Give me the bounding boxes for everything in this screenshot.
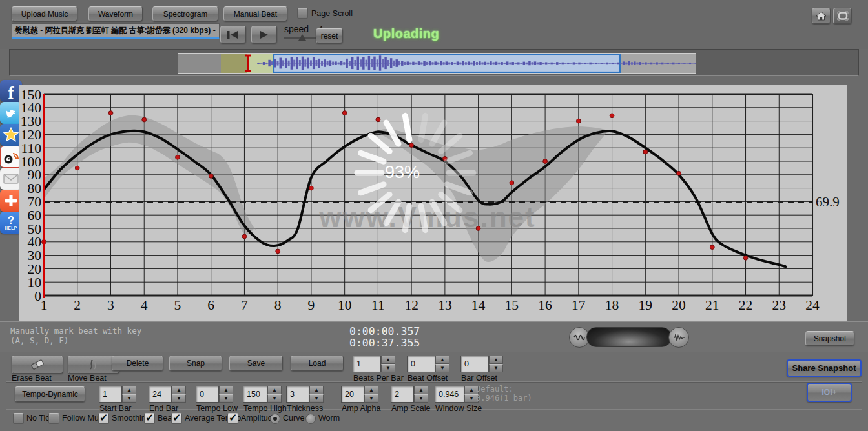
- manual-beat-button[interactable]: Manual Beat: [223, 6, 287, 21]
- beat-point[interactable]: [476, 226, 480, 231]
- snapshot-button[interactable]: Snapshot: [805, 331, 854, 346]
- beat-point[interactable]: [276, 249, 280, 254]
- beat-point[interactable]: [142, 117, 147, 122]
- amp-alpha-up-button[interactable]: ▲: [364, 386, 378, 394]
- wave-zoom-slider[interactable]: [586, 327, 672, 347]
- beats-per-bar-label: Beats Per Bar: [353, 374, 404, 383]
- tempo-high-down-button[interactable]: ▼: [267, 394, 282, 403]
- ioi-button[interactable]: IOI+: [807, 383, 852, 402]
- amplitude-checkbox[interactable]: [227, 413, 238, 424]
- beat-point[interactable]: [75, 166, 79, 170]
- beat-point[interactable]: [677, 171, 681, 175]
- song-title-field[interactable]: 樊慰慈 - 阿拉貝斯克 劉至軒 編配 古箏:謝岱霖 (320 kbps) -: [12, 23, 220, 39]
- twitter-share-icon[interactable]: [0, 102, 22, 124]
- start-bar-input[interactable]: 1: [99, 386, 122, 403]
- average-tempo-checkbox[interactable]: [171, 413, 182, 424]
- bar-offset-up-button[interactable]: ▲: [489, 356, 503, 364]
- x-axis-tick: 7: [241, 297, 248, 313]
- amp-scale-down-button[interactable]: ▼: [414, 394, 428, 403]
- tempo-low-down-button[interactable]: ▼: [219, 394, 233, 403]
- beats-per-bar-down-button[interactable]: ▼: [381, 364, 395, 372]
- save-button[interactable]: Save: [229, 356, 283, 371]
- tempo-high-up-button[interactable]: ▲: [267, 386, 282, 394]
- beat-point[interactable]: [510, 181, 514, 185]
- tempo-high-input[interactable]: 150: [243, 386, 267, 403]
- page-scroll-checkbox[interactable]: [297, 8, 308, 19]
- start-bar-down-button[interactable]: ▼: [122, 394, 136, 403]
- amp-scale-input[interactable]: 2: [391, 386, 414, 403]
- speed-slider-thumb[interactable]: [298, 34, 306, 41]
- bar-offset-input[interactable]: 0: [460, 356, 489, 372]
- spectrogram-button[interactable]: Spectrogram: [152, 6, 218, 21]
- worm-radio[interactable]: [305, 414, 316, 424]
- beat-point[interactable]: [409, 143, 414, 148]
- beat-offset-up-button[interactable]: ▲: [435, 356, 450, 364]
- erase-beat-button[interactable]: [12, 356, 63, 374]
- end-bar-input[interactable]: 24: [149, 386, 172, 403]
- thickness-down-button[interactable]: ▼: [309, 394, 324, 403]
- beat-point[interactable]: [242, 234, 247, 239]
- beat-offset-input[interactable]: 0: [407, 356, 435, 372]
- beat-point[interactable]: [108, 111, 113, 115]
- y-axis-tick: 140: [21, 100, 41, 115]
- share-snapshot-button[interactable]: Share Snapshot: [787, 359, 862, 377]
- x-axis-tick: 20: [672, 297, 686, 313]
- email-share-icon[interactable]: [0, 168, 22, 190]
- beat-checkbox[interactable]: [144, 413, 155, 424]
- beats-per-bar-input[interactable]: 1: [353, 356, 381, 372]
- amp-alpha-down-button[interactable]: ▼: [364, 394, 378, 403]
- beat-point[interactable]: [743, 256, 748, 260]
- play-button[interactable]: [251, 26, 277, 43]
- beats-per-bar-up-button[interactable]: ▲: [381, 356, 395, 364]
- waveform-overview[interactable]: [178, 53, 696, 74]
- start-bar-up-button[interactable]: ▲: [122, 386, 136, 394]
- tempo-low-up-button[interactable]: ▲: [219, 386, 233, 394]
- beat-point[interactable]: [376, 117, 380, 122]
- beat-point[interactable]: [710, 245, 714, 250]
- y-axis-tick: 70: [28, 194, 42, 210]
- wave-zoom-in-button[interactable]: [668, 327, 689, 348]
- window-size-input[interactable]: 0.946: [435, 386, 464, 403]
- beat-point[interactable]: [309, 186, 314, 190]
- weibo-share-icon[interactable]: [0, 146, 22, 168]
- y-axis-tick: 50: [28, 221, 42, 237]
- tempo-chart[interactable]: www.Vmus.net69.993%010203040506070809010…: [19, 85, 847, 321]
- tempo-dynamic-button[interactable]: Tempo-Dynamic: [15, 386, 85, 402]
- waveform-button[interactable]: Waveform: [88, 6, 143, 21]
- bar-offset-down-button[interactable]: ▼: [489, 364, 503, 372]
- tempo-low-input[interactable]: 0: [196, 386, 219, 403]
- beat-point[interactable]: [610, 114, 614, 118]
- end-bar-down-button[interactable]: ▼: [172, 394, 186, 403]
- beat-point[interactable]: [543, 159, 548, 164]
- follow-music-checkbox[interactable]: [48, 413, 59, 424]
- upload-music-button[interactable]: Upload Music: [12, 6, 78, 21]
- snap-button[interactable]: Snap: [169, 356, 222, 371]
- beat-point[interactable]: [176, 155, 180, 159]
- y-axis-tick: 150: [21, 87, 41, 103]
- amp-alpha-input[interactable]: 20: [341, 386, 364, 403]
- help-icon[interactable]: ? HELP: [0, 212, 22, 234]
- delete-button[interactable]: Delete: [112, 356, 163, 371]
- skip-to-start-button[interactable]: [220, 26, 246, 43]
- share-plus-icon[interactable]: [0, 190, 22, 212]
- thickness-input[interactable]: 3: [286, 386, 309, 403]
- thickness-up-button[interactable]: ▲: [309, 386, 324, 394]
- qzone-share-icon[interactable]: [0, 124, 22, 146]
- facebook-share-icon[interactable]: f: [0, 80, 22, 102]
- x-axis-tick: 8: [274, 297, 282, 313]
- no-tick-checkbox[interactable]: [13, 413, 24, 424]
- beat-point[interactable]: [576, 119, 581, 123]
- beat-point[interactable]: [643, 150, 648, 154]
- smoothing-checkbox[interactable]: [98, 413, 109, 424]
- curve-radio[interactable]: [270, 414, 280, 424]
- reset-speed-button[interactable]: reset: [316, 28, 343, 43]
- beat-point[interactable]: [209, 174, 213, 178]
- fullscreen-button[interactable]: [833, 8, 852, 24]
- x-axis-tick: 18: [605, 297, 619, 313]
- beat-offset-down-button[interactable]: ▼: [435, 364, 450, 372]
- beat-point[interactable]: [342, 111, 347, 115]
- amp-scale-up-button[interactable]: ▲: [414, 386, 428, 394]
- home-button[interactable]: [812, 8, 831, 24]
- end-bar-up-button[interactable]: ▲: [172, 386, 186, 394]
- load-button[interactable]: Load: [291, 356, 344, 371]
